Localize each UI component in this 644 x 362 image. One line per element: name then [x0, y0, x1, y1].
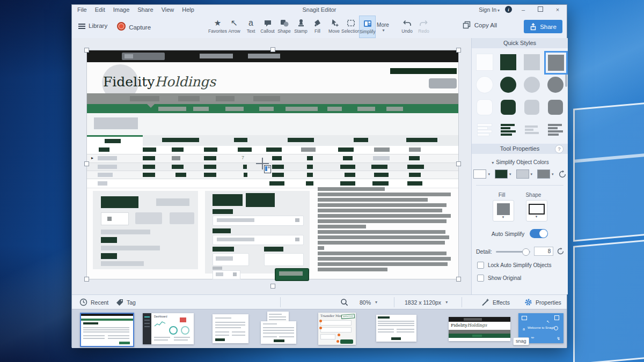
divider [280, 297, 281, 307]
page-tabs [87, 135, 458, 146]
tool-selection[interactable]: Selection [342, 16, 359, 38]
style-square-gray-selected[interactable] [544, 51, 568, 75]
zoom-level-dropdown[interactable]: 80%▾ [360, 295, 377, 309]
style-lines-lightgray[interactable] [522, 120, 541, 139]
auto-simplify-toggle[interactable] [530, 229, 548, 238]
style-lines-white[interactable] [475, 120, 494, 139]
step-dot [338, 334, 340, 336]
tool-move[interactable]: Move [326, 16, 342, 38]
style-circle-lightgray[interactable] [522, 75, 541, 94]
undo-button[interactable]: Undo [399, 16, 415, 38]
style-rounded-green[interactable] [499, 98, 518, 117]
effects-button[interactable]: Effects [481, 295, 510, 309]
tag-button[interactable]: Tag [116, 295, 136, 309]
thumbnail-transfer-money[interactable]: Transfer Money APPROVED [318, 313, 356, 345]
selection-handle[interactable] [84, 277, 89, 282]
blk [274, 339, 284, 342]
snag-tag-label[interactable]: snag [513, 337, 529, 345]
redo-button[interactable]: Redo [415, 16, 432, 38]
style-lines-gray[interactable] [546, 120, 565, 139]
tool-arrow[interactable]: ↖ Arrow [226, 16, 243, 38]
more-tools-button[interactable]: More ▾ [376, 16, 390, 38]
info-icon[interactable]: i [505, 6, 512, 13]
thumbnail-fidelity-portfolio-selected[interactable] [80, 313, 134, 347]
selection-handle[interactable] [456, 48, 461, 53]
search-button[interactable] [340, 295, 348, 309]
selection-handle[interactable] [456, 161, 461, 166]
canvas-area[interactable]: FidelityHoldings [72, 38, 471, 294]
capture-button[interactable]: Capture [117, 22, 151, 31]
tool-shape[interactable]: Shape [276, 16, 292, 38]
selection-handle[interactable] [270, 47, 275, 52]
selection-handle[interactable] [270, 284, 275, 289]
maximize-button[interactable] [535, 6, 546, 13]
fill-swatch[interactable]: ▼ [493, 200, 514, 221]
thumbnail-dashboard[interactable]: Dashboard [143, 313, 194, 344]
blk [248, 54, 280, 58]
dimensions-dropdown[interactable]: 1832 x 1120px▾ [405, 295, 448, 309]
tool-text[interactable]: a Text [243, 16, 259, 38]
color-dropdown-lightgray[interactable]: ▾ [516, 169, 533, 179]
lock-auto-simplify-checkbox[interactable] [477, 262, 484, 269]
detail-slider[interactable] [496, 248, 530, 255]
color-dropdown-white[interactable]: ▾ [473, 169, 490, 179]
style-rounded-lightgray[interactable] [522, 98, 541, 117]
reset-colors-icon[interactable] [559, 171, 566, 178]
style-square-green[interactable] [499, 53, 518, 72]
blk [238, 147, 252, 152]
blk [264, 253, 304, 266]
blk [318, 219, 447, 223]
blk [406, 138, 437, 142]
blk [522, 316, 527, 320]
tool-callout[interactable]: Callout [259, 16, 276, 38]
show-original-checkbox[interactable] [477, 275, 484, 282]
help-button[interactable]: ? [555, 145, 564, 153]
style-circle-white[interactable] [475, 75, 494, 94]
show-original-row[interactable]: Show Original [477, 275, 568, 282]
share-button[interactable]: Share [524, 20, 562, 33]
sign-in-button[interactable]: Sign In▾ [479, 6, 500, 13]
style-circle-green[interactable] [499, 75, 518, 94]
properties-button[interactable]: Properties [524, 295, 561, 309]
tool-stamp[interactable]: Stamp [292, 16, 309, 38]
tool-fill[interactable]: Fill [309, 16, 326, 38]
minimize-button[interactable]: – [517, 6, 529, 13]
reset-detail-icon[interactable] [557, 248, 564, 255]
row-expand-arrow[interactable]: ▸ [91, 156, 93, 160]
simplify-object-colors-section[interactable]: ▾Simplify Object Colors [472, 159, 568, 165]
thumbnail-form-table[interactable] [261, 321, 296, 344]
simplified-image[interactable]: FidelityHoldings [86, 50, 459, 279]
color-dropdown-gray[interactable]: ▾ [537, 169, 554, 179]
tool-simplify[interactable]: Simplify [359, 16, 376, 38]
selection-handle[interactable] [456, 277, 461, 282]
style-rounded-gray[interactable] [546, 98, 565, 117]
selection-handle[interactable] [84, 161, 89, 166]
style-lines-green[interactable] [499, 120, 518, 139]
tool-favorites[interactable]: ★ Favorites [209, 16, 226, 38]
lock-auto-simplify-row[interactable]: Lock Auto Simplify Objects [477, 262, 568, 269]
chevron-down-icon: ▾ [375, 300, 377, 305]
style-square-lightgray[interactable] [522, 53, 541, 72]
thumbnail-fidelity-homepage[interactable]: FidelityHoldings [449, 317, 510, 341]
color-dropdown-green[interactable]: ▾ [495, 169, 511, 179]
library-button[interactable]: Library [78, 23, 107, 30]
shape-swatch[interactable]: ▼ [526, 200, 547, 221]
copy-all-button[interactable]: Copy All [463, 21, 497, 29]
blk [204, 147, 217, 152]
blk [306, 181, 313, 186]
thumbnail-document[interactable] [213, 314, 248, 343]
detail-value[interactable]: 8 [534, 247, 553, 256]
blk [295, 238, 299, 241]
blk [83, 322, 98, 324]
blk [374, 173, 389, 177]
thumbnail-portfolio-table[interactable] [376, 315, 416, 342]
copy-icon [463, 21, 471, 29]
hamburger-icon [78, 23, 85, 30]
style-square-white[interactable] [475, 53, 494, 72]
style-circle-gray[interactable] [546, 75, 565, 94]
selection-handle[interactable] [84, 48, 89, 53]
style-rounded-white[interactable] [475, 98, 494, 117]
close-button[interactable]: × [552, 6, 564, 13]
chevron-down-icon: ▾ [497, 8, 500, 13]
recent-button[interactable]: Recent [79, 295, 108, 309]
